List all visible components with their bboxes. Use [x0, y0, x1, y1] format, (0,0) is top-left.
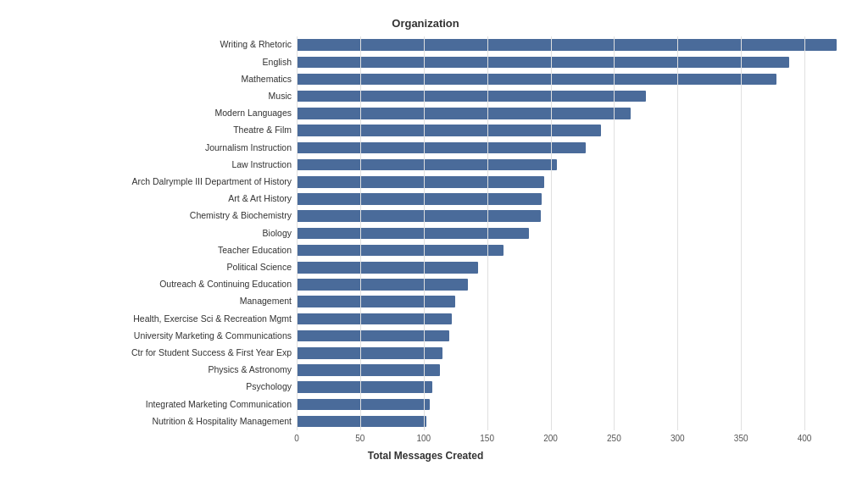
bar-row — [297, 396, 843, 413]
chart-body: Writing & RhetoricEnglishMathematicsMusi… — [8, 36, 843, 430]
bar-row — [297, 242, 843, 258]
y-label: English — [263, 58, 292, 68]
bar-row — [297, 122, 843, 138]
bar — [297, 416, 426, 428]
y-label: Modern Languages — [215, 108, 292, 119]
y-label: Health, Exercise Sci & Recreation Mgmt — [133, 314, 292, 324]
x-tick-label: 250 — [607, 434, 621, 443]
bar — [297, 296, 455, 307]
y-label: Writing & Rhetoric — [220, 40, 292, 50]
bar-row — [297, 208, 843, 224]
y-label: Teacher Education — [218, 246, 292, 256]
bar — [297, 313, 452, 325]
x-tick-label: 150 — [480, 434, 494, 443]
x-tick-label: 100 — [416, 434, 431, 443]
y-label: Ctr for Student Success & First Year Exp — [131, 348, 292, 358]
y-label: Music — [269, 91, 292, 102]
bar-row — [297, 174, 843, 190]
bar — [297, 176, 544, 188]
bar — [297, 74, 776, 86]
bar-row — [297, 71, 843, 87]
y-label: Law Instruction — [231, 160, 292, 170]
bar-row — [297, 276, 843, 292]
bar-row — [297, 413, 843, 429]
y-label: Political Science — [227, 263, 292, 273]
y-label: Management — [240, 296, 292, 307]
bar — [297, 108, 631, 119]
bar — [297, 381, 432, 393]
y-label: Psychology — [246, 382, 292, 392]
bar-row — [297, 36, 843, 53]
x-tick-label: 50 — [355, 434, 364, 443]
bar-row — [297, 88, 843, 104]
bar — [297, 142, 586, 154]
bar-row — [297, 54, 843, 70]
y-label: Mathematics — [241, 75, 292, 85]
bar — [297, 330, 449, 342]
bar — [297, 193, 542, 205]
y-label: Biology — [263, 229, 292, 239]
bar-row — [297, 259, 843, 275]
bar — [297, 57, 789, 69]
bar-row — [297, 293, 843, 309]
bar-row — [297, 379, 843, 395]
x-tick-label: 200 — [543, 434, 558, 443]
bar-row — [297, 225, 843, 241]
x-tick-label: 350 — [734, 434, 748, 443]
y-label: Journalism Instruction — [205, 143, 292, 153]
bar-row — [297, 157, 843, 173]
y-label: Nutrition & Hospitality Management — [152, 417, 292, 427]
y-label: Outreach & Continuing Education — [159, 280, 292, 290]
bar — [297, 228, 529, 240]
bars-area — [297, 36, 843, 430]
bar — [297, 39, 837, 51]
bar-row — [297, 311, 843, 327]
y-label: Chemistry & Biochemistry — [190, 211, 292, 221]
bar — [297, 125, 601, 136]
bar — [297, 91, 646, 102]
x-axis-ticks: 050100150200250300350400 — [297, 434, 868, 446]
bar — [297, 245, 504, 257]
y-label: Integrated Marketing Communication — [146, 400, 292, 410]
x-tick-label: 0 — [294, 434, 299, 443]
y-axis-labels: Writing & RhetoricEnglishMathematicsMusi… — [8, 36, 297, 430]
x-axis-label: Total Messages Created — [8, 450, 843, 462]
bar — [297, 279, 468, 291]
chart-title: Organization — [392, 17, 459, 30]
bar-row — [297, 140, 843, 156]
bar-row — [297, 328, 843, 344]
bar — [297, 210, 541, 222]
bar — [297, 262, 478, 274]
bar-row — [297, 345, 843, 361]
y-label: Arch Dalrymple III Department of History — [132, 177, 292, 187]
bar — [297, 347, 442, 359]
y-label: Theatre & Film — [233, 125, 292, 136]
y-label: Art & Art History — [228, 194, 292, 204]
bar-row — [297, 191, 843, 207]
bar-row — [297, 362, 843, 378]
bar-row — [297, 105, 843, 121]
y-label: University Marketing & Communications — [134, 331, 292, 341]
y-label: Physics & Astronomy — [208, 365, 292, 375]
x-tick-label: 400 — [798, 434, 812, 443]
bar — [297, 364, 440, 376]
bar — [297, 159, 557, 171]
chart-container: Organization Writing & RhetoricEnglishMa… — [0, 0, 868, 504]
x-tick-label: 300 — [670, 434, 685, 443]
bar — [297, 399, 430, 411]
x-axis: 050100150200250300350400 Total Messages … — [8, 434, 843, 462]
